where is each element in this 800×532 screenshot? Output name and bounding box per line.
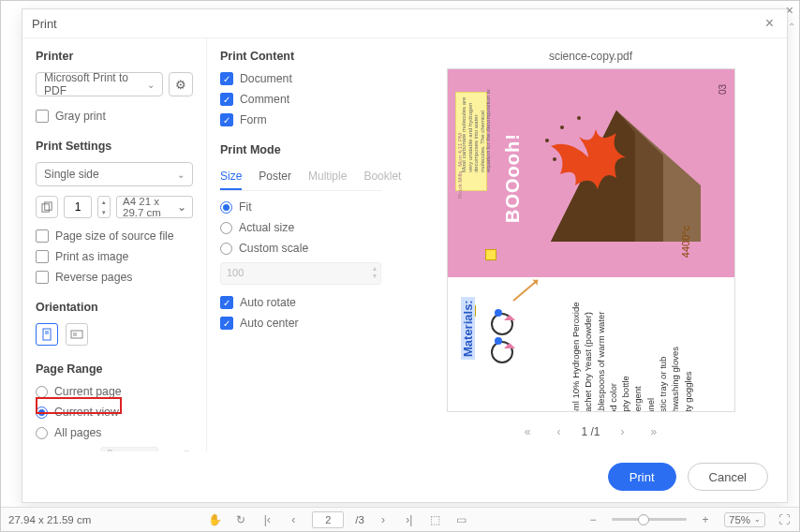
print-dialog: Print × Printer Microsoft Print to PDF ⌄… xyxy=(22,8,788,503)
page-range-current-view-radio[interactable]: Current view xyxy=(36,406,193,419)
print-as-image-checkbox[interactable]: Print as image xyxy=(36,250,193,263)
pager-next-button[interactable]: › xyxy=(615,423,630,440)
pager-last-button[interactable]: » xyxy=(645,423,663,440)
svg-point-11 xyxy=(560,126,564,129)
paper-size-select[interactable]: A4 21 x 29.7 cm ⌄ xyxy=(116,196,193,218)
gray-print-checkbox[interactable]: Gray print xyxy=(36,110,193,123)
auto-rotate-checkbox[interactable]: ✓Auto rotate xyxy=(220,296,381,309)
status-page-total: /3 xyxy=(355,514,364,525)
prev-page-icon[interactable]: ‹ xyxy=(286,513,301,526)
current-view-label: Current view xyxy=(54,406,119,419)
chevron-down-icon: ⌄ xyxy=(177,200,186,214)
zoom-in-button[interactable]: + xyxy=(698,513,713,526)
print-preview: 03 Most carbonate molecules are very uns… xyxy=(447,68,735,412)
checkbox-icon xyxy=(36,110,49,123)
print-button[interactable]: Print xyxy=(608,463,676,491)
preview-filename: science-copy.pdf xyxy=(549,50,632,63)
cancel-button[interactable]: Cancel xyxy=(688,463,768,491)
tab-multiple[interactable]: Multiple xyxy=(308,166,347,190)
tab-size[interactable]: Size xyxy=(220,166,242,190)
actual-size-radio[interactable]: Actual size xyxy=(220,221,381,234)
chevron-up-icon: ▴ xyxy=(98,197,110,207)
last-page-icon[interactable]: ›| xyxy=(402,513,417,526)
printer-settings-button[interactable]: ⚙ xyxy=(169,72,193,96)
tab-poster[interactable]: Poster xyxy=(259,166,291,190)
collate-button[interactable] xyxy=(36,196,58,218)
page-range-all-pages-radio[interactable]: All pages xyxy=(36,426,193,439)
page-range-custom-radio[interactable]: Custom 2 /3 i xyxy=(36,447,193,451)
yellow-highlight xyxy=(485,249,496,260)
reverse-pages-label: Reverse pages xyxy=(55,271,132,284)
info-icon[interactable]: i xyxy=(180,451,193,451)
reverse-pages-checkbox[interactable]: Reverse pages xyxy=(36,271,193,284)
material-icons xyxy=(491,313,547,369)
fullscreen-icon[interactable]: ⛶ xyxy=(777,513,792,526)
zoom-out-button[interactable]: − xyxy=(585,513,600,526)
sides-select[interactable]: Single side ⌄ xyxy=(36,162,193,186)
left-panel: Printer Microsoft Print to PDF ⌄ ⚙ Gray … xyxy=(22,38,207,451)
zoom-value: 75% xyxy=(729,514,750,525)
content-comment-label: Comment xyxy=(240,93,289,106)
preview-page-number: 03 xyxy=(718,84,728,95)
close-icon[interactable]: × xyxy=(762,15,778,32)
status-page-input[interactable] xyxy=(312,511,344,528)
zoom-slider[interactable] xyxy=(612,518,687,521)
first-page-icon[interactable]: |‹ xyxy=(259,513,274,526)
zoom-select[interactable]: 75% ⌄ xyxy=(724,512,765,527)
paper-size-value: A4 21 x 29.7 cm xyxy=(123,196,177,218)
custom-range-input[interactable]: 2 xyxy=(100,447,158,451)
page-range-current-page-radio[interactable]: Current page xyxy=(36,385,193,398)
temperature-label: 4400°c xyxy=(680,226,691,258)
content-comment-checkbox[interactable]: ✓Comment xyxy=(220,93,381,106)
fit-radio[interactable]: Fit xyxy=(220,200,381,214)
auto-rotate-label: Auto rotate xyxy=(240,296,296,309)
dialog-title: Print xyxy=(32,17,57,31)
page-dimensions: 27.94 x 21.59 cm xyxy=(8,514,91,525)
copies-input[interactable] xyxy=(64,196,92,218)
source-page-size-checkbox[interactable]: Page size of source file xyxy=(36,229,193,243)
collate-icon xyxy=(41,201,53,214)
svg-rect-1 xyxy=(44,201,51,209)
chevron-down-icon: ⌄ xyxy=(147,80,155,90)
print-as-image-label: Print as image xyxy=(55,250,128,263)
materials-heading: Materials xyxy=(461,297,475,360)
rotate-icon[interactable]: ↻ xyxy=(233,513,248,526)
svg-rect-5 xyxy=(71,331,82,338)
boo-text: BOOooh! xyxy=(502,133,524,223)
status-bar: 27.94 x 21.59 cm ✋ ↻ |‹ ‹ /3 › ›| ⬚ ▭ − … xyxy=(1,507,799,531)
source-page-size-label: Page size of source file xyxy=(55,229,174,243)
printer-select-value: Microsoft Print to PDF xyxy=(44,71,147,97)
pager-first-button[interactable]: « xyxy=(519,423,537,440)
annotation-author: Brook Mills Mon 4:11 PM xyxy=(457,133,463,199)
fit-width-icon[interactable]: ⬚ xyxy=(428,513,443,526)
pager-position: 1 /1 xyxy=(581,425,600,438)
content-document-checkbox[interactable]: ✓Document xyxy=(220,72,381,85)
mode-tabs: Size Poster Multiple Booklet xyxy=(220,166,381,191)
auto-center-checkbox[interactable]: ✓Auto center xyxy=(220,317,381,330)
section-print-settings: Print Settings xyxy=(36,140,193,153)
content-form-checkbox[interactable]: ✓Form xyxy=(220,113,381,126)
custom-scale-input: 100 ▴▾ xyxy=(220,262,381,285)
all-pages-label: All pages xyxy=(54,426,101,439)
current-page-label: Current page xyxy=(54,385,122,398)
auto-center-label: Auto center xyxy=(240,317,299,330)
landscape-icon xyxy=(70,328,83,341)
custom-scale-radio[interactable]: Custom scale xyxy=(220,242,381,255)
orientation-portrait-button[interactable] xyxy=(36,323,58,346)
dialog-titlebar: Print × xyxy=(22,9,787,38)
custom-label: Custom xyxy=(54,451,94,451)
next-page-icon[interactable]: › xyxy=(376,513,391,526)
portrait-icon xyxy=(40,328,53,341)
copies-spinner[interactable]: ▴▾ xyxy=(97,196,111,218)
orientation-landscape-button[interactable] xyxy=(66,323,88,346)
svg-point-13 xyxy=(545,139,549,142)
hand-tool-icon[interactable]: ✋ xyxy=(207,513,222,526)
fit-page-icon[interactable]: ▭ xyxy=(454,513,469,526)
printer-select[interactable]: Microsoft Print to PDF ⌄ xyxy=(36,72,163,96)
svg-rect-2 xyxy=(43,329,51,340)
pager-prev-button[interactable]: ‹ xyxy=(551,423,566,440)
section-print-mode: Print Mode xyxy=(220,143,381,156)
gear-icon: ⚙ xyxy=(175,78,186,92)
scroll-up-icon[interactable]: ⌃ xyxy=(788,22,795,32)
content-form-label: Form xyxy=(240,113,267,126)
